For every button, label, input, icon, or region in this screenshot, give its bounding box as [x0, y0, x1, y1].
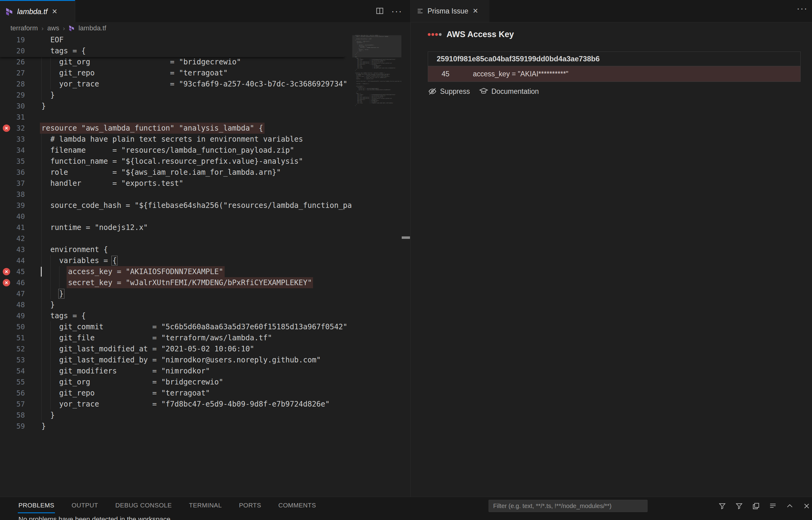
error-marker-icon[interactable]: ✕ [3, 279, 10, 286]
code-line-38[interactable]: 38 [0, 189, 352, 200]
code-line-57[interactable]: 57 yor_trace = "f7d8bc47-e5d9-4b09-9d8f-… [0, 398, 352, 410]
code-line-54[interactable]: 54 git_modifiers = "nimrodkor" [0, 365, 352, 376]
code-text: resource "aws_lambda_function" "analysis… [42, 123, 263, 134]
code-line-41[interactable]: 41 runtime = "nodejs12.x" [0, 222, 352, 233]
code-line-58[interactable]: 58 } [0, 410, 352, 421]
minimap-slider[interactable] [352, 35, 401, 57]
code-line-46[interactable]: ✕46 secret_key = "wJalrXUtnFEMI/K7MDENG/… [0, 277, 352, 288]
code-text: source_code_hash = "${filebase64sha256("… [42, 200, 352, 211]
code-line-37[interactable]: 37 handler = "exports.test" [0, 178, 352, 189]
code-line-55[interactable]: 55 git_org = "bridgecrewio" [0, 376, 352, 388]
line-number: 39 [0, 200, 25, 211]
code-text: yor_trace = "f7d8bc47-e5d9-4b09-9d8f-e7b… [42, 398, 329, 410]
editor-panel-splitter[interactable] [410, 0, 411, 497]
code-line-50[interactable]: 50 git_commit = "5c6b5d60a8aa63a5d37e60f… [0, 321, 352, 332]
sticky-scroll-header[interactable]: 19 EOF20 tags = { [0, 34, 344, 57]
suppress-button[interactable]: Suppress [428, 87, 470, 96]
view-as-table-icon[interactable] [752, 502, 760, 510]
panel-tab-ports[interactable]: PORTS [239, 497, 262, 513]
code-line-19[interactable]: 19 EOF [0, 34, 352, 45]
code-text: access_key = "AKIAIOSFODNN7EXAMPLE" [42, 266, 223, 277]
code-line-59[interactable]: 59} [0, 421, 352, 432]
maximize-panel-icon[interactable] [786, 502, 794, 510]
code-line-34[interactable]: 34 filename = "resources/lambda_function… [0, 145, 352, 156]
code-line-42[interactable]: 42 [0, 233, 352, 244]
breadcrumb-item-lambda.tf[interactable]: lambda.tf [78, 24, 106, 32]
code-line-33[interactable]: 33 # lambda have plain text secrets in e… [0, 134, 352, 145]
scrollbar-thumb[interactable] [402, 236, 410, 239]
documentation-button[interactable]: Documentation [479, 87, 539, 96]
code-text: } [42, 288, 64, 299]
code-editor[interactable]: 26 git_org = "bridgecrewio"27 git_repo =… [0, 34, 410, 497]
collapse-all-icon[interactable] [769, 502, 777, 510]
line-number: 49 [0, 310, 25, 321]
code-line-56[interactable]: 56 git_repo = "terragoat" [0, 388, 352, 398]
line-number: 57 [0, 398, 25, 410]
close-panel-icon[interactable] [803, 502, 811, 510]
code-text: git_last_modified_by = "nimrodkor@users.… [42, 355, 321, 365]
code-line-30[interactable]: 30} [0, 101, 352, 112]
code-line-49[interactable]: 49 tags = { [0, 310, 352, 321]
panel-tab-terminal[interactable]: TERMINAL [189, 497, 222, 513]
breadcrumb-item-terraform[interactable]: terraform [10, 24, 38, 32]
line-number: 51 [0, 332, 25, 343]
problems-filter-input[interactable] [489, 500, 647, 512]
code-line-32[interactable]: ✕32resource "aws_lambda_function" "analy… [0, 123, 352, 134]
code-line-48[interactable]: 48 } [0, 299, 352, 310]
line-number: 41 [0, 222, 25, 233]
code-text: tags = { [42, 310, 86, 321]
line-number: 47 [0, 288, 25, 299]
code-line-39[interactable]: 39 source_code_hash = "${filebase64sha25… [0, 200, 352, 211]
code-line-29[interactable]: 29 } [0, 89, 352, 101]
line-number: 37 [0, 178, 25, 189]
line-number: 58 [0, 410, 25, 421]
code-text: yor_trace = "93cfa6f9-a257-40c3-b7dc-3c3… [42, 78, 347, 89]
bottom-panel: PROBLEMSOUTPUTDEBUG CONSOLETERMINALPORTS… [0, 497, 812, 520]
code-line-40[interactable]: 40 [0, 211, 352, 222]
code-text: } [42, 299, 55, 310]
breadcrumb-item-aws[interactable]: aws [47, 24, 59, 32]
error-marker-icon[interactable]: ✕ [3, 268, 10, 275]
code-line-44[interactable]: 44 variables = { [0, 255, 352, 266]
code-line-47[interactable]: 47 } [0, 288, 352, 299]
line-number: 34 [0, 145, 25, 156]
error-marker-icon[interactable]: ✕ [3, 125, 10, 132]
finding-row[interactable]: 45 access_key = "AKIAI**********" [428, 66, 800, 82]
panel-tab-comments[interactable]: COMMENTS [278, 497, 317, 513]
code-line-43[interactable]: 43 environment { [0, 244, 352, 255]
panel-tab-debug-console[interactable]: DEBUG CONSOLE [115, 497, 172, 513]
code-line-28[interactable]: 28 yor_trace = "93cfa6f9-a257-40c3-b7dc-… [0, 78, 352, 89]
code-text: git_org = "bridgecrewio" [42, 376, 223, 388]
code-line-36[interactable]: 36 role = "${aws_iam_role.iam_for_lambda… [0, 167, 352, 178]
editor-more-actions-icon[interactable]: ··· [391, 8, 402, 14]
line-number: 55 [0, 376, 25, 388]
line-number: 43 [0, 244, 25, 255]
panel-tab-output[interactable]: OUTPUT [71, 497, 99, 513]
code-line-52[interactable]: 52 git_last_modified_at = "2021-05-02 10… [0, 343, 352, 355]
code-text: EOF [42, 34, 64, 45]
code-line-20[interactable]: 20 tags = { [0, 45, 352, 56]
panel-more-actions-icon[interactable]: ··· [797, 3, 808, 14]
code-line-27[interactable]: 27 git_repo = "terragoat" [0, 68, 352, 78]
close-icon[interactable]: ✕ [473, 8, 478, 15]
line-number: 54 [0, 365, 25, 376]
tab-prisma-issue[interactable]: Prisma Issue ✕ [411, 0, 490, 22]
panel-tab-problems[interactable]: PROBLEMS [18, 497, 55, 513]
code-text: tags = { [42, 45, 86, 56]
filter-funnel-icon[interactable] [735, 502, 743, 510]
code-line-45[interactable]: ✕45 access_key = "AKIAIOSFODNN7EXAMPLE" [0, 266, 352, 277]
code-line-35[interactable]: 35 function_name = "${local.resource_pre… [0, 156, 352, 167]
code-text: filename = "resources/lambda_function_pa… [42, 145, 294, 156]
graduation-cap-icon [479, 87, 488, 96]
line-number: 35 [0, 156, 25, 167]
tab-lambda-tf[interactable]: lambda.tf ✕ [0, 0, 75, 22]
code-line-51[interactable]: 51 git_file = "terraform/aws/lambda.tf" [0, 332, 352, 343]
code-line-53[interactable]: 53 git_last_modified_by = "nimrodkor@use… [0, 355, 352, 365]
split-editor-icon[interactable] [376, 7, 384, 15]
filter-icon[interactable] [718, 502, 727, 510]
code-text: git_modifiers = "nimrodkor" [42, 365, 210, 376]
code-line-26[interactable]: 26 git_org = "bridgecrewio" [0, 56, 352, 68]
close-icon[interactable]: ✕ [52, 8, 57, 15]
code-line-31[interactable]: 31 [0, 112, 352, 123]
line-number: 52 [0, 343, 25, 355]
